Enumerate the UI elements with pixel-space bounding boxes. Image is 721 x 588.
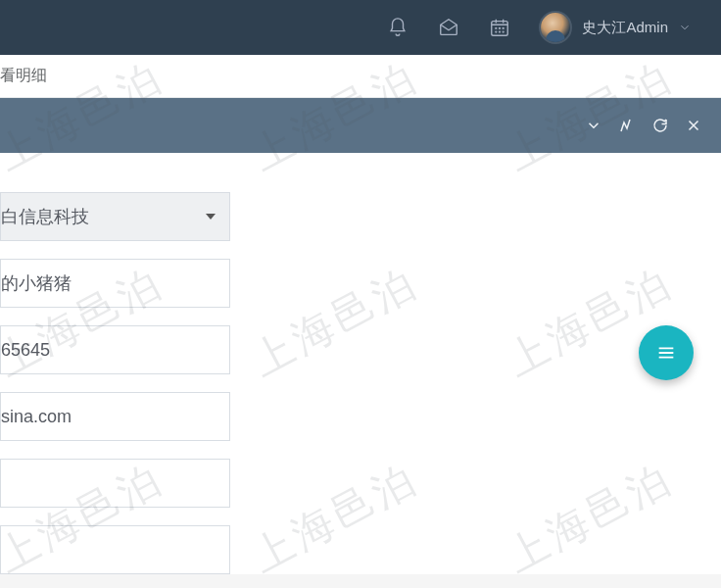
user-menu[interactable]: 史大江Admin (539, 11, 692, 44)
blank-input-1[interactable] (0, 459, 230, 508)
svg-point-4 (496, 31, 497, 32)
calendar-icon[interactable] (488, 16, 511, 39)
bell-icon[interactable] (386, 16, 409, 39)
name-input-value: 的小猪猪 (1, 271, 72, 295)
content-area: 白信息科技 的小猪猪 65645 sina.com (0, 98, 721, 574)
email-input[interactable]: sina.com (0, 392, 230, 441)
top-bar: 史大江Admin (0, 0, 721, 55)
mail-open-icon[interactable] (437, 16, 460, 39)
name-input[interactable]: 的小猪猪 (0, 259, 230, 308)
svg-point-2 (500, 27, 501, 28)
avatar (539, 11, 572, 44)
floating-menu-button[interactable] (639, 325, 694, 380)
breadcrumb-current: 看明细 (0, 66, 47, 86)
settings-icon[interactable] (617, 116, 637, 135)
company-select[interactable]: 白信息科技 (0, 192, 230, 241)
svg-point-1 (496, 27, 497, 28)
number-input[interactable]: 65645 (0, 325, 230, 374)
blank-input-2[interactable] (0, 525, 230, 574)
refresh-icon[interactable] (650, 116, 670, 135)
close-icon[interactable] (684, 116, 703, 135)
company-select-value: 白信息科技 (1, 205, 89, 228)
panel-titlebar (0, 98, 721, 153)
svg-point-6 (504, 31, 505, 32)
email-input-value: sina.com (1, 407, 72, 427)
number-input-value: 65645 (1, 340, 50, 361)
user-name-label: 史大江Admin (582, 19, 668, 37)
collapse-icon[interactable] (584, 116, 603, 135)
svg-point-5 (500, 31, 501, 32)
chevron-down-icon (678, 21, 692, 34)
svg-point-3 (504, 27, 505, 28)
form-area: 白信息科技 的小猪猪 65645 sina.com (0, 153, 721, 574)
menu-icon (655, 342, 677, 364)
breadcrumb: 看明细 (0, 55, 721, 98)
